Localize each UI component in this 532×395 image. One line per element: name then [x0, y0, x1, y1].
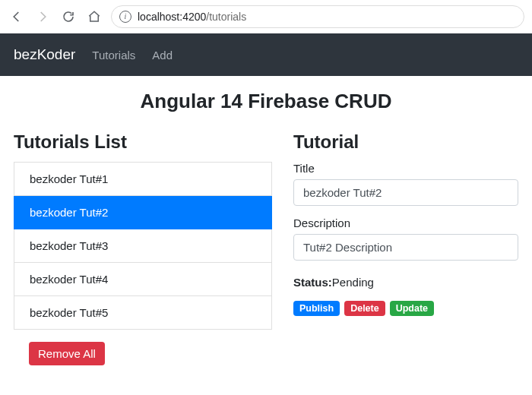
title-input[interactable] [293, 179, 518, 206]
content: Tutorials List bezkoder Tut#1 bezkoder T… [0, 131, 532, 365]
list-item[interactable]: bezkoder Tut#2 [14, 196, 272, 229]
home-button[interactable] [85, 8, 103, 26]
browser-toolbar: i localhost:4200/tutorials [0, 0, 532, 33]
action-buttons: Publish Delete Update [293, 301, 518, 316]
forward-button[interactable] [33, 8, 52, 26]
delete-button[interactable]: Delete [344, 301, 385, 316]
tutorials-list: bezkoder Tut#1 bezkoder Tut#2 bezkoder T… [14, 162, 272, 330]
tutorials-list-section: Tutorials List bezkoder Tut#1 bezkoder T… [14, 131, 272, 365]
url-host: localhost:4200 [138, 11, 206, 23]
title-label: Title [293, 162, 518, 175]
nav-link-add[interactable]: Add [152, 49, 173, 62]
tutorials-list-title: Tutorials List [14, 131, 272, 153]
description-label: Description [293, 216, 518, 229]
update-button[interactable]: Update [390, 301, 434, 316]
tutorial-detail-section: Tutorial Title Description Status:Pendin… [293, 131, 518, 365]
address-bar[interactable]: i localhost:4200/tutorials [111, 5, 524, 28]
nav-link-tutorials[interactable]: Tutorials [92, 49, 135, 62]
remove-all-button[interactable]: Remove All [29, 342, 105, 365]
app-header: bezKoder Tutorials Add [0, 33, 532, 76]
url-path: /tutorials [206, 11, 246, 23]
status-line: Status:Pending [293, 276, 518, 289]
list-item[interactable]: bezkoder Tut#1 [14, 162, 272, 196]
tutorial-detail-title: Tutorial [293, 131, 518, 153]
back-button[interactable] [8, 8, 26, 26]
list-item[interactable]: bezkoder Tut#3 [14, 229, 272, 263]
status-value: Pending [332, 276, 374, 289]
site-info-icon[interactable]: i [119, 11, 131, 23]
publish-button[interactable]: Publish [293, 301, 340, 316]
description-input[interactable] [293, 234, 518, 261]
reload-button[interactable] [59, 8, 78, 26]
brand-logo[interactable]: bezKoder [14, 46, 75, 63]
url-text: localhost:4200/tutorials [138, 11, 246, 23]
status-label: Status: [293, 276, 332, 289]
list-item[interactable]: bezkoder Tut#4 [14, 263, 272, 296]
list-item[interactable]: bezkoder Tut#5 [14, 296, 272, 330]
page-title: Angular 14 Firebase CRUD [0, 90, 532, 113]
